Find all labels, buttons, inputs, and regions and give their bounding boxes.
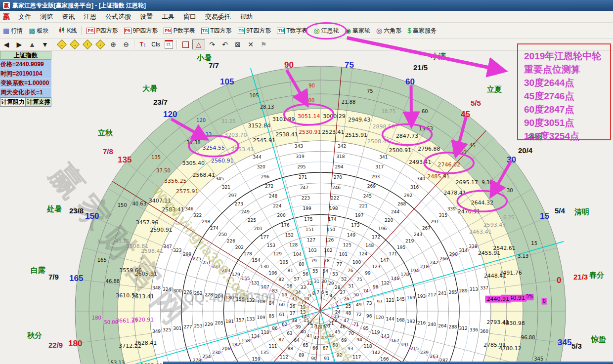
svg-text:265: 265 bbox=[448, 290, 457, 295]
svg-text:360: 360 bbox=[480, 329, 488, 334]
menu-item[interactable]: 浏览 bbox=[36, 11, 57, 22]
svg-text:44: 44 bbox=[328, 333, 334, 338]
menu-item[interactable]: 资讯 bbox=[57, 11, 79, 22]
svg-text:346: 346 bbox=[185, 206, 193, 211]
svg-text:218: 218 bbox=[420, 264, 429, 269]
winner-service-button[interactable]: $赢家服务 bbox=[404, 26, 439, 36]
svg-text:36: 36 bbox=[290, 304, 296, 309]
svg-text:93: 93 bbox=[348, 346, 353, 351]
menu-item[interactable]: 设置 bbox=[135, 11, 157, 22]
svg-text:2796.88: 2796.88 bbox=[418, 146, 440, 152]
svg-text:126: 126 bbox=[325, 238, 334, 243]
wheel-label: 165 bbox=[69, 274, 83, 283]
zoom-out-icon: ⊖ bbox=[123, 41, 129, 48]
svg-text:314: 314 bbox=[459, 248, 468, 253]
svg-text:272: 272 bbox=[265, 184, 273, 189]
square-tool-button[interactable] bbox=[179, 40, 191, 49]
gann-wheel-button[interactable]: ◎江恩轮 bbox=[310, 26, 342, 36]
wheel-label: 大暑 bbox=[142, 84, 157, 93]
calc-support-button[interactable]: 计算支撑 bbox=[26, 97, 51, 107]
triangle-tool-button[interactable]: △ bbox=[192, 40, 205, 49]
p-square-button[interactable]: PSP四方形 bbox=[84, 26, 121, 36]
svg-text:96.88: 96.88 bbox=[521, 335, 535, 340]
svg-text:215: 215 bbox=[410, 346, 419, 351]
svg-text:171: 171 bbox=[389, 251, 397, 256]
svg-text:293: 293 bbox=[371, 174, 380, 179]
svg-text:134: 134 bbox=[251, 334, 260, 339]
time-scale-button[interactable]: T↕ bbox=[137, 40, 149, 49]
nav-left-button[interactable]: ◀ bbox=[0, 40, 12, 49]
svg-text:75: 75 bbox=[356, 277, 362, 282]
p-table-button[interactable]: PNP数字表 bbox=[161, 26, 198, 36]
menu-bar: 赢 文件浏览资讯江恩公式选股设置工具窗口交易委托帮助 bbox=[0, 11, 613, 23]
svg-text:175: 175 bbox=[304, 217, 312, 222]
svg-text:296: 296 bbox=[261, 174, 269, 179]
svg-text:239: 239 bbox=[420, 350, 429, 355]
winner-wheel-button[interactable]: ◉赢家轮 bbox=[342, 26, 373, 36]
svg-text:145: 145 bbox=[396, 297, 405, 302]
nav-up-button[interactable]: ▲ bbox=[26, 40, 38, 49]
box-x-icon: ⊠ bbox=[235, 41, 241, 48]
cls-button[interactable]: Cls bbox=[150, 40, 162, 49]
svg-text:225: 225 bbox=[248, 218, 256, 223]
toolbar-main: ▦行情▩板块K线PSP四方形P99P四方形PNP数字表TST四方形T99T四方形… bbox=[0, 23, 613, 39]
svg-text:56: 56 bbox=[303, 272, 308, 277]
pan-up-button[interactable]: ↑ bbox=[82, 40, 93, 49]
svg-text:176: 176 bbox=[281, 223, 290, 228]
menu-item[interactable]: 公式选股 bbox=[101, 11, 135, 22]
hexagon-button[interactable]: ◎六角形 bbox=[373, 26, 404, 36]
pan-left-button[interactable]: ← bbox=[56, 40, 68, 49]
svg-text:223: 223 bbox=[302, 196, 310, 201]
blocks-button[interactable]: ▩板块 bbox=[26, 26, 51, 36]
svg-text:295: 295 bbox=[297, 164, 306, 169]
menu-item[interactable]: 工具 bbox=[157, 11, 179, 22]
svg-text:194: 194 bbox=[410, 268, 419, 273]
rotate-ccw-button[interactable]: ↷ bbox=[206, 40, 218, 49]
svg-text:31: 31 bbox=[314, 279, 319, 284]
svg-text:135: 135 bbox=[260, 350, 268, 355]
t-square-button[interactable]: TST四方形 bbox=[198, 26, 235, 36]
zoom-in-button[interactable]: ⊕ bbox=[107, 40, 119, 49]
menu-item[interactable]: 窗口 bbox=[179, 11, 201, 22]
menu-item[interactable]: 交易委托 bbox=[201, 11, 235, 22]
svg-text:196: 196 bbox=[378, 226, 387, 231]
menu-item[interactable]: 帮助 bbox=[235, 11, 257, 22]
nav-right-button[interactable]: ▶ bbox=[13, 40, 25, 49]
converge-button[interactable]: ✕ bbox=[245, 40, 257, 49]
svg-text:26: 26 bbox=[344, 296, 350, 301]
svg-text:53: 53 bbox=[332, 272, 338, 277]
svg-text:158: 158 bbox=[241, 338, 250, 343]
svg-text:133: 133 bbox=[246, 317, 255, 322]
svg-text:202: 202 bbox=[235, 245, 244, 250]
kline-button[interactable]: K线 bbox=[55, 26, 80, 36]
box-x-button[interactable]: ⊠ bbox=[232, 40, 244, 49]
svg-text:241: 241 bbox=[438, 291, 446, 296]
nav-down-button[interactable]: ▼ bbox=[39, 40, 51, 49]
nav-up-icon: ▲ bbox=[29, 41, 36, 48]
wheel-label: 75 bbox=[345, 60, 354, 70]
note-line: 120度3254点 bbox=[524, 129, 610, 143]
svg-text:64: 64 bbox=[294, 338, 300, 343]
t-table-button[interactable]: TNT数字表 bbox=[274, 26, 310, 36]
ninet-square-button[interactable]: T99T四方形 bbox=[235, 26, 274, 36]
menu-item[interactable]: 文件 bbox=[14, 11, 36, 22]
svg-text:324: 324 bbox=[163, 287, 171, 292]
svg-text:0%: 0% bbox=[525, 294, 533, 299]
zoom-out-button[interactable]: ⊖ bbox=[120, 40, 132, 49]
svg-text:153: 153 bbox=[267, 243, 275, 248]
calc-resistance-button[interactable]: 计算阻力 bbox=[0, 97, 26, 107]
calendar-button[interactable]: 21 bbox=[163, 40, 175, 49]
rotate-cw-button[interactable]: ↶ bbox=[219, 40, 231, 49]
flag-tool-button[interactable]: ⚑ bbox=[258, 40, 269, 49]
quotes-button[interactable]: ▦行情 bbox=[0, 26, 26, 36]
svg-text:345: 345 bbox=[534, 356, 543, 362]
svg-text:32: 32 bbox=[306, 281, 312, 286]
pan-down-button[interactable]: ↓ bbox=[94, 40, 106, 49]
svg-text:206: 206 bbox=[222, 346, 230, 351]
pan-right-button[interactable]: → bbox=[69, 40, 81, 49]
menu-item[interactable]: 江恩 bbox=[79, 11, 101, 22]
svg-text:15.63: 15.63 bbox=[419, 126, 433, 131]
ninep-square-button[interactable]: P99P四方形 bbox=[121, 26, 161, 36]
svg-text:142: 142 bbox=[372, 350, 380, 355]
wheel-label: 21/5 bbox=[413, 63, 428, 72]
